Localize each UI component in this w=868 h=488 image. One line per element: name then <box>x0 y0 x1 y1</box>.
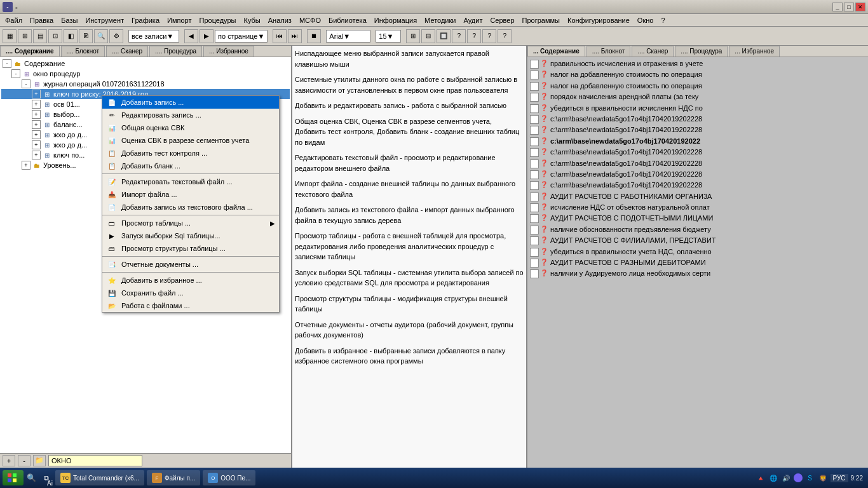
right-item-14[interactable]: ❓ АУДИТ РАСЧЕТОВ С ПОДОТЧЕТНЫМИ ЛИЦАМИ <box>529 213 867 224</box>
cm-reports[interactable]: 📑 Отчетные документы ... <box>102 258 279 271</box>
ri-check-16[interactable] <box>530 236 539 245</box>
right-item-10[interactable]: ❓ c:\arm\base\newdata5go17o4bj1704201920… <box>529 169 867 180</box>
right-item-2[interactable]: ❓ налог на добавленную стоимость по опер… <box>529 81 867 92</box>
nav-first[interactable]: ⏮ <box>273 29 287 43</box>
tab-favorites-right[interactable]: ... Избранное <box>729 46 780 57</box>
menu-edit[interactable]: Правка <box>26 15 57 25</box>
expander-journal[interactable]: - <box>22 79 31 88</box>
expander-kluch2[interactable]: + <box>32 151 41 159</box>
right-item-4[interactable]: ❓ убедиться в правильности исчисления НД… <box>529 103 867 114</box>
tab-procedure-right[interactable]: .... Процедура <box>675 46 728 57</box>
menu-cubes[interactable]: Кубы <box>240 15 264 25</box>
cm-add-favorite[interactable]: ⭐ Добавить в избранное ... <box>102 274 279 287</box>
tab-scanner-right[interactable]: .... Сканер <box>632 46 674 57</box>
menu-audit[interactable]: Аудит <box>459 15 486 25</box>
expander-uroven[interactable]: + <box>22 161 31 170</box>
ri-check-3[interactable] <box>530 93 539 102</box>
right-item-0[interactable]: ❓ правильность исчисления и отражения в … <box>529 58 867 69</box>
tab-content-left[interactable]: .... Содержание <box>0 46 60 57</box>
records-dropdown[interactable]: все записи▼ <box>128 30 179 43</box>
toolbar-btn-7[interactable]: 🔍 <box>94 29 108 43</box>
cm-assess-svk-seg[interactable]: 📊 Оценка СВК в разрезе сегментов учета <box>102 134 279 147</box>
cm-work-files[interactable]: 📂 Работа с файлами ... <box>102 299 279 312</box>
status-minus-btn[interactable]: - <box>18 455 31 466</box>
nav-last[interactable]: ⏭ <box>288 29 302 43</box>
menu-window[interactable]: Окно <box>634 15 658 25</box>
tree-item-root[interactable]: - 🖿 Содержание <box>1 58 290 69</box>
ri-check-0[interactable] <box>530 60 539 69</box>
ri-check-14[interactable] <box>530 214 539 223</box>
ri-check-9[interactable] <box>530 159 539 168</box>
right-item-15[interactable]: ❓ наличие обоснованности предъявления бю… <box>529 224 867 235</box>
task-total-commander[interactable]: TC Total Commander (x6... <box>55 470 144 485</box>
toolbar-extra-1[interactable]: ⊞ <box>406 29 420 43</box>
right-item-6[interactable]: ❓ c:\arm\base\newdata5go17o4bj1704201920… <box>529 125 867 135</box>
menu-import[interactable]: Импорт <box>163 15 195 25</box>
expander-zhho2[interactable]: + <box>32 140 41 149</box>
right-item-9[interactable]: ❓ c:\arm\base\newdata5go17o4bj1704201920… <box>529 158 867 169</box>
tab-content-right[interactable]: ... Содержание <box>527 46 585 57</box>
cm-add-test[interactable]: 📋 Добавить тест контроля ... <box>102 147 279 159</box>
toolbar-extra-2[interactable]: ⊟ <box>421 29 435 43</box>
task-ooo[interactable]: О ООО Пе... <box>203 470 255 485</box>
menu-ifrs[interactable]: МСФО <box>295 15 325 25</box>
task-files[interactable]: F Файлы п... <box>147 470 200 485</box>
ri-check-10[interactable] <box>530 170 539 179</box>
right-item-13[interactable]: ❓ исчисление НДС от объектов натуральной… <box>529 202 867 213</box>
tray-icon-5[interactable]: 🦁 <box>818 473 828 483</box>
expander-osv[interactable]: + <box>32 100 41 109</box>
cm-view-table[interactable]: 🗃 Просмотр таблицы ... ▶ <box>102 217 279 229</box>
tray-internet-icon[interactable]: 🌐 <box>768 473 778 483</box>
menu-graphics[interactable]: Графика <box>128 15 163 25</box>
nav-next[interactable]: ▶ <box>200 29 214 43</box>
close-button[interactable]: ✕ <box>855 3 865 11</box>
expander-zhho1[interactable]: + <box>32 130 41 139</box>
lang-indicator[interactable]: РУС <box>831 474 848 482</box>
expander-kluch[interactable]: + <box>32 90 41 98</box>
toolbar-btn-6[interactable]: 🖹 <box>79 29 93 43</box>
tree-item-okno[interactable]: - ⊞ окно процедур <box>1 69 290 79</box>
menu-databases[interactable]: Базы <box>57 15 81 25</box>
tray-skype-icon[interactable]: S <box>805 473 815 483</box>
ri-check-11[interactable] <box>530 181 539 190</box>
right-item-18[interactable]: ❓ АУДИТ РАСЧЕТОВ С РАЗНЫМИ ДЕБИТОРАМИ <box>529 257 867 268</box>
ri-check-19[interactable] <box>530 269 539 278</box>
menu-information[interactable]: Информация <box>370 15 421 25</box>
ri-check-8[interactable] <box>530 148 539 157</box>
menu-analysis[interactable]: Анализ <box>264 15 295 25</box>
maximize-button[interactable]: □ <box>844 3 854 11</box>
right-item-16[interactable]: ❓ АУДИТ РАСЧЕТОВ С ФИЛИАЛАМИ, ПРЕДСТАВИТ <box>529 235 867 246</box>
cm-edit-record[interactable]: ✏ Редактировать запись ... <box>102 109 279 121</box>
menu-methods[interactable]: Методики <box>421 15 459 25</box>
menu-library[interactable]: Библиотека <box>325 15 370 25</box>
cm-run-sql[interactable]: ▶ Запуск выборки Sql таблицы... <box>102 229 279 242</box>
toolbar-btn-4[interactable]: ⊡ <box>48 29 62 43</box>
menu-procedures[interactable]: Процедуры <box>196 15 240 25</box>
right-item-5[interactable]: ❓ c:\arm\base\newdata5go17o4bj1704201920… <box>529 114 867 125</box>
nav-prev[interactable]: ◀ <box>184 29 198 43</box>
menu-file[interactable]: Файл <box>1 15 26 25</box>
expander-balance[interactable]: + <box>32 120 41 129</box>
menu-config[interactable]: Конфигурирование <box>564 15 634 25</box>
cm-edit-text[interactable]: 📝 Редактировать текстовый файл ... <box>102 175 279 188</box>
right-item-7[interactable]: ❓ c:\arm\base\newdata5go17o4bj1704201920… <box>529 136 867 147</box>
toolbar-btn-2[interactable]: ⊞ <box>18 29 32 43</box>
tab-notebook-left[interactable]: .... Блокнот <box>61 46 105 57</box>
cm-add-from-text[interactable]: 📄 Добавить запись из текстового файла ..… <box>102 201 279 214</box>
cm-add-blank[interactable]: 📋 Добавить бланк ... <box>102 159 279 172</box>
toolbar-btn-1[interactable]: ▦ <box>3 29 17 43</box>
tray-viber-icon[interactable]: V <box>794 473 803 482</box>
menu-instrument[interactable]: Инструмент <box>81 15 128 25</box>
font-dropdown[interactable]: Arial▼ <box>326 30 370 43</box>
start-button[interactable] <box>3 470 24 485</box>
ri-check-5[interactable] <box>530 115 539 124</box>
expander-vybor[interactable]: + <box>32 110 41 119</box>
cm-view-struct[interactable]: 🗃 Просмотр структуры таблицы ... <box>102 242 279 255</box>
cm-add-record[interactable]: 📄 Добавить запись ... <box>102 96 279 109</box>
help-btn-4[interactable]: ? <box>498 29 512 43</box>
tray-volume-icon[interactable]: 🔊 <box>781 473 791 483</box>
page-dropdown[interactable]: по странице▼ <box>215 30 268 43</box>
cm-assess-svk[interactable]: 📊 Общая оценка СВК <box>102 121 279 134</box>
right-item-3[interactable]: ❓ порядок начисления арендной платы (за … <box>529 92 867 102</box>
help-btn-3[interactable]: ? <box>482 29 496 43</box>
